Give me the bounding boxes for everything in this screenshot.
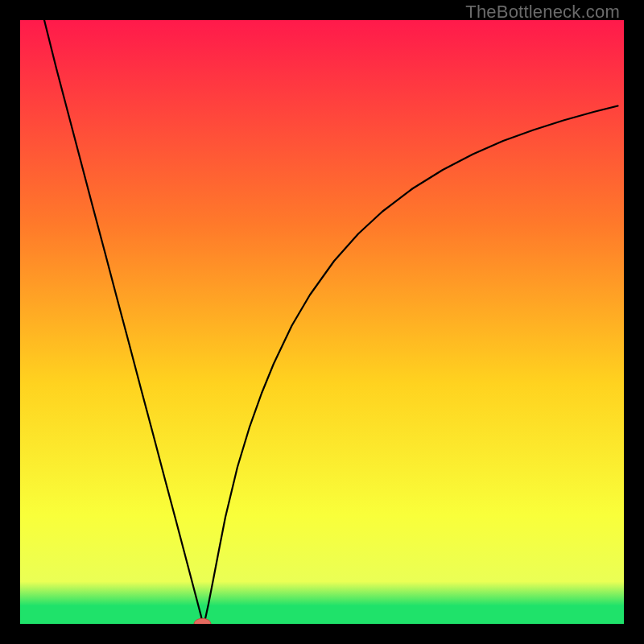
watermark-text: TheBottleneck.com bbox=[465, 2, 620, 23]
gradient-background bbox=[20, 20, 624, 624]
chart-svg bbox=[20, 20, 624, 624]
chart-frame bbox=[20, 20, 624, 624]
